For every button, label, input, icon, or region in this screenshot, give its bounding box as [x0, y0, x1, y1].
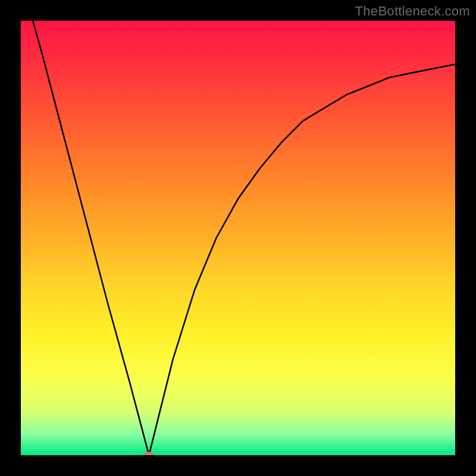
watermark-text: TheBottleneck.com	[355, 4, 470, 19]
bottleneck-curve	[21, 21, 455, 455]
optimum-marker-icon	[143, 452, 154, 455]
chart-frame: TheBottleneck.com	[0, 0, 476, 476]
plot-area	[21, 21, 455, 455]
